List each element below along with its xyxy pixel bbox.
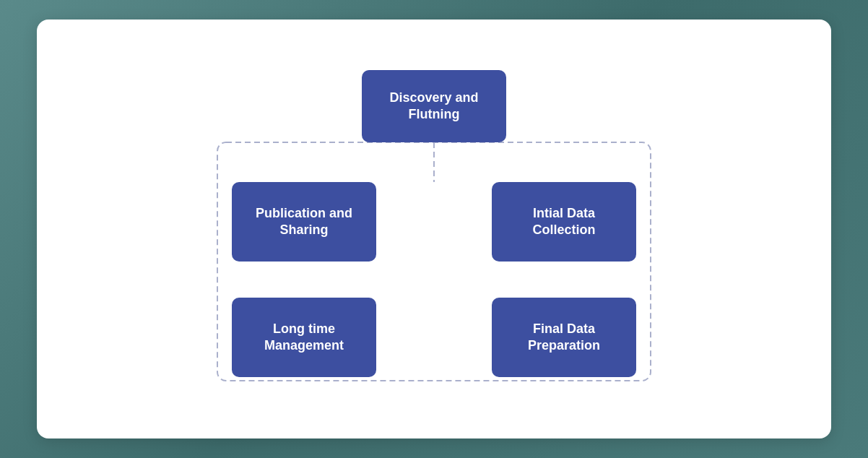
node-initial-data-collection: Intial Data Collection	[492, 182, 636, 262]
node-final-data-preparation: Final Data Preparation	[492, 298, 636, 377]
diagram-container: Discovery and Flutning Publication and S…	[181, 48, 687, 410]
node-discovery-flutning-label: Discovery and Flutning	[376, 90, 492, 124]
node-final-data-preparation-label: Final Data Preparation	[506, 321, 622, 355]
main-card: Discovery and Flutning Publication and S…	[37, 20, 831, 438]
node-initial-data-collection-label: Intial Data Collection	[506, 205, 622, 239]
node-publication-sharing: Publication and Sharing	[232, 182, 376, 262]
node-long-time-management: Long time Management	[232, 298, 376, 377]
node-publication-sharing-label: Publication and Sharing	[246, 205, 362, 239]
node-discovery-flutning: Discovery and Flutning	[362, 70, 506, 142]
node-long-time-management-label: Long time Management	[246, 321, 362, 355]
